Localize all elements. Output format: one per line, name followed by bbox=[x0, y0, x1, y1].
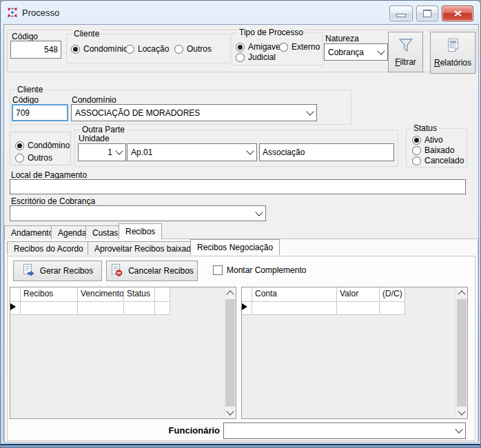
tab-aproveitar-recibos[interactable]: Aproveitar Recibos baixados bbox=[88, 241, 207, 255]
titlebar[interactable]: Processo bbox=[1, 1, 480, 24]
window-bottom-frame bbox=[1, 442, 480, 447]
radio-label: Outros bbox=[28, 153, 52, 163]
radio-icon bbox=[279, 43, 288, 52]
scroll-up-button[interactable] bbox=[456, 287, 467, 299]
scroll-up-icon bbox=[226, 290, 234, 298]
scroll-thumb[interactable] bbox=[225, 299, 235, 407]
radio-label: Amigavel bbox=[248, 42, 282, 52]
tab-recibos[interactable]: Recibos bbox=[119, 223, 162, 239]
column-header-valor[interactable]: Valor bbox=[337, 287, 380, 302]
unidade-nome-combobox[interactable]: Ap.01 bbox=[127, 143, 257, 161]
current-row-indicator-icon bbox=[242, 303, 247, 310]
escritorio-cobranca-combobox[interactable] bbox=[10, 205, 266, 221]
radio-icon bbox=[412, 146, 421, 155]
gerar-recibos-label: Gerar Recibos bbox=[40, 266, 93, 276]
gerar-recibos-button[interactable]: Gerar Recibos bbox=[13, 261, 102, 281]
funcionario-combobox[interactable] bbox=[223, 422, 466, 439]
filtrar-button[interactable]: Filtrar bbox=[388, 32, 423, 72]
radio-selected-icon bbox=[412, 136, 421, 145]
radio-label: Condômino bbox=[28, 141, 70, 150]
radio-icon bbox=[125, 45, 134, 54]
vertical-scrollbar[interactable] bbox=[456, 287, 467, 418]
radio-selected-icon bbox=[15, 141, 24, 150]
radio-label: Cancelado bbox=[424, 156, 464, 165]
radio-cliente-locacao[interactable]: Locação bbox=[125, 44, 169, 54]
tab-recibos-do-acordo[interactable]: Recibos do Acordo bbox=[7, 241, 90, 255]
cliente-section-label: Cliente bbox=[15, 85, 45, 94]
close-icon bbox=[454, 10, 462, 17]
tab-label: Recibos bbox=[125, 227, 155, 236]
minimize-button[interactable] bbox=[389, 6, 413, 21]
scroll-down-button[interactable] bbox=[225, 407, 236, 418]
scroll-down-button[interactable] bbox=[456, 407, 467, 418]
radio-label: Condomínio bbox=[83, 44, 128, 54]
radio-tipo-externo[interactable]: Externo bbox=[279, 42, 320, 52]
chevron-down-icon bbox=[115, 147, 123, 154]
relatorios-button-label: Relatórios bbox=[434, 58, 471, 68]
radio-parte-condomino[interactable]: Condômino bbox=[15, 141, 70, 150]
radio-status-baixado[interactable]: Baixado bbox=[412, 145, 454, 155]
indicator-column-header bbox=[242, 287, 252, 302]
close-button[interactable] bbox=[442, 6, 473, 21]
tab-label: Recibos Negociação bbox=[197, 243, 273, 252]
tab-label: Custas bbox=[92, 228, 118, 238]
chevron-down-icon bbox=[246, 147, 254, 154]
radio-tipo-judicial[interactable]: Judicial bbox=[236, 52, 276, 62]
tipo-processo-group-label: Tipo de Processo bbox=[237, 28, 305, 37]
radio-status-ativo[interactable]: Ativo bbox=[412, 135, 443, 145]
grid-empty-row[interactable] bbox=[242, 302, 467, 315]
unidade-value: 1 bbox=[108, 147, 116, 157]
maximize-icon bbox=[423, 10, 431, 17]
local-pagamento-input[interactable] bbox=[10, 179, 466, 194]
cancelar-recibos-button[interactable]: Cancelar Recibos bbox=[106, 261, 198, 281]
radio-cliente-outros[interactable]: Outros bbox=[174, 44, 212, 54]
column-header-conta[interactable]: Conta bbox=[252, 287, 337, 302]
unidade-nome-value: Ap.01 bbox=[131, 147, 152, 157]
tab-label: Aproveitar Recibos baixados bbox=[94, 244, 200, 254]
radio-status-cancelado[interactable]: Cancelado bbox=[412, 156, 464, 165]
chevron-down-icon bbox=[455, 425, 462, 433]
radio-icon bbox=[15, 154, 24, 163]
natureza-label: Natureza bbox=[325, 34, 359, 43]
minimize-icon bbox=[396, 14, 406, 17]
scroll-up-button[interactable] bbox=[225, 287, 236, 299]
grid-header-row: Conta Valor (D/C) bbox=[242, 287, 467, 302]
column-header-dc[interactable]: (D/C) bbox=[380, 287, 405, 302]
cliente-codigo-input[interactable] bbox=[12, 104, 68, 121]
condominio-combobox[interactable]: ASSOCIAÇÃO DE MORADORES bbox=[71, 104, 317, 121]
column-header-status[interactable]: Status bbox=[124, 287, 155, 302]
recibos-grid[interactable]: Recibos Vencimento Status bbox=[10, 287, 236, 419]
scroll-thumb[interactable] bbox=[457, 299, 467, 407]
radio-label: Externo bbox=[291, 42, 320, 52]
filler-cell bbox=[155, 287, 170, 302]
tab-label: Recibos do Acordo bbox=[14, 244, 83, 254]
parte-nome-input[interactable] bbox=[259, 143, 394, 161]
montar-complemento-label: Montar Complemento bbox=[227, 265, 306, 275]
contas-grid[interactable]: Conta Valor (D/C) bbox=[241, 287, 468, 419]
grid-empty-row[interactable] bbox=[10, 302, 236, 315]
column-header-vencimento[interactable]: Vencimento bbox=[78, 287, 124, 302]
relatorios-button[interactable]: Relatórios bbox=[430, 32, 475, 74]
report-icon bbox=[446, 38, 460, 56]
column-header-recibos[interactable]: Recibos bbox=[21, 287, 78, 302]
natureza-combobox[interactable]: Cobrança bbox=[324, 43, 388, 61]
status-group-label: Status bbox=[411, 123, 439, 133]
chevron-down-icon bbox=[377, 47, 385, 54]
radio-cliente-condominio[interactable]: Condomínio bbox=[71, 44, 128, 54]
current-row-indicator-icon bbox=[10, 303, 16, 310]
vertical-scrollbar[interactable] bbox=[224, 287, 236, 418]
radio-parte-outros[interactable]: Outros bbox=[15, 153, 52, 163]
app-icon bbox=[7, 7, 18, 18]
montar-complemento-check[interactable]: Montar Complemento bbox=[213, 265, 306, 275]
codigo-processo-label: Código bbox=[12, 32, 38, 41]
cancel-receipt-icon bbox=[110, 263, 123, 278]
radio-tipo-amigavel[interactable]: Amigavel bbox=[236, 42, 282, 52]
radio-selected-icon bbox=[236, 43, 245, 52]
maximize-button[interactable] bbox=[416, 6, 438, 21]
unidade-combobox[interactable]: 1 bbox=[78, 143, 126, 161]
process-window: Processo Código Cliente Condomínio Locaç… bbox=[0, 0, 481, 448]
tab-recibos-negociacao[interactable]: Recibos Negociação bbox=[190, 239, 280, 255]
codigo-processo-input[interactable] bbox=[10, 41, 61, 59]
chevron-down-icon bbox=[255, 208, 263, 216]
window-controls bbox=[389, 6, 473, 21]
